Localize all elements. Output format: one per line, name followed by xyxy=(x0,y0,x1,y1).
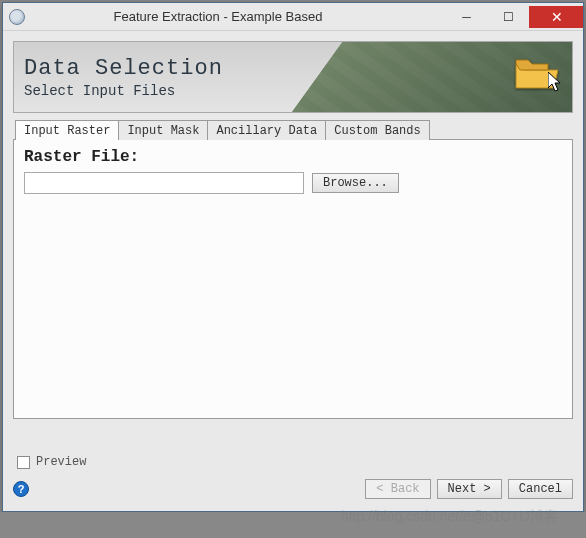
raster-file-row: Browse... xyxy=(24,172,562,194)
banner-subheading: Select Input Files xyxy=(24,83,223,99)
wizard-banner: Data Selection Select Input Files xyxy=(13,41,573,113)
tab-container: Input Raster Input Mask Ancillary Data C… xyxy=(13,119,573,419)
cancel-button[interactable]: Cancel xyxy=(508,479,573,499)
maximize-button[interactable]: ☐ xyxy=(487,6,529,28)
wizard-footer: ? < Back Next > Cancel xyxy=(13,479,573,499)
window-controls: ─ ☐ ✕ xyxy=(445,6,583,28)
next-button[interactable]: Next > xyxy=(437,479,502,499)
preview-checkbox[interactable] xyxy=(17,456,30,469)
preview-row: Preview xyxy=(17,455,569,469)
tab-custom-bands[interactable]: Custom Bands xyxy=(325,120,429,140)
window-title: Feature Extraction - Example Based xyxy=(0,9,445,24)
lower-section: Preview xyxy=(13,455,573,469)
minimize-button[interactable]: ─ xyxy=(445,6,487,28)
close-button[interactable]: ✕ xyxy=(529,6,583,28)
back-button[interactable]: < Back xyxy=(365,479,430,499)
tab-panel-input-raster: Raster File: Browse... xyxy=(13,139,573,419)
cursor-icon xyxy=(548,72,564,94)
tab-strip: Input Raster Input Mask Ancillary Data C… xyxy=(15,119,573,139)
tab-input-mask[interactable]: Input Mask xyxy=(118,120,208,140)
raster-file-input[interactable] xyxy=(24,172,304,194)
banner-text: Data Selection Select Input Files xyxy=(14,56,223,99)
tab-ancillary-data[interactable]: Ancillary Data xyxy=(207,120,326,140)
tab-input-raster[interactable]: Input Raster xyxy=(15,120,119,140)
raster-file-label: Raster File: xyxy=(24,148,562,166)
dialog-window: Feature Extraction - Example Based ─ ☐ ✕… xyxy=(2,2,584,512)
banner-heading: Data Selection xyxy=(24,56,223,81)
browse-button[interactable]: Browse... xyxy=(312,173,399,193)
preview-label: Preview xyxy=(36,455,86,469)
help-icon[interactable]: ? xyxy=(13,481,29,497)
titlebar: Feature Extraction - Example Based ─ ☐ ✕ xyxy=(3,3,583,31)
